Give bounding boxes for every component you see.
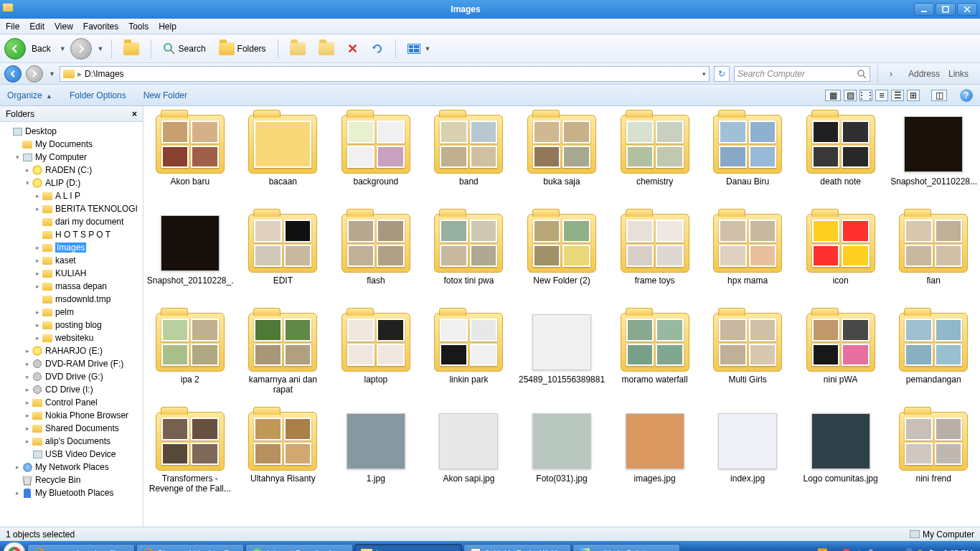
folder-tree[interactable]: DesktopMy Documents▾My Computer▸RADEN (C… [0, 122, 143, 527]
nav-forward-button[interactable] [26, 65, 43, 83]
tray-volume-icon[interactable]: 🔊 [903, 548, 913, 551]
tree-twisty[interactable]: ▸ [23, 166, 32, 174]
folder-item[interactable]: Transformers - Revenge of the Fall... [145, 409, 235, 507]
taskbar-button[interactable]: 2. Linkin Park - Waiti... [463, 544, 571, 551]
tree-item[interactable]: ▸websiteku [0, 331, 143, 344]
back-button[interactable] [4, 38, 26, 60]
undo-button[interactable] [367, 39, 388, 58]
tree-item[interactable]: ▸CD Drive (I:) [0, 383, 143, 396]
folder-item[interactable]: fian [888, 211, 979, 309]
tree-twisty[interactable]: ▸ [23, 412, 32, 419]
image-item[interactable]: Logo comunitas.jpg [796, 409, 886, 507]
folder-item[interactable]: chemistry [610, 112, 700, 209]
tray-eject-icon[interactable]: ⏏ [878, 548, 888, 551]
folder-item[interactable]: hpx mama [702, 211, 793, 309]
sidebar-close-button[interactable]: × [132, 109, 137, 119]
taskbar-button[interactable]: Images [354, 544, 462, 551]
image-item[interactable]: index.jpg [702, 409, 793, 507]
tree-item[interactable]: Desktop [0, 125, 143, 138]
tree-item[interactable]: ▸DVD Drive (G:) [0, 370, 143, 383]
folder-item[interactable]: Danau Biru [702, 112, 793, 209]
content-area[interactable]: Akon barubacaanbackgroundbandbuka sajach… [143, 106, 980, 527]
new-folder-button[interactable]: New Folder [143, 90, 187, 100]
menu-help[interactable]: Help [159, 22, 176, 32]
minimize-button[interactable] [914, 3, 934, 16]
tray-display-icon[interactable]: ▭ [890, 548, 900, 551]
folder-item[interactable]: nini frend [888, 409, 979, 507]
address-bar[interactable]: ▸ ▾ [60, 66, 710, 82]
folder-item[interactable]: fotox tini pwa [424, 211, 514, 309]
tree-item[interactable]: ▸Shared Documents [0, 422, 143, 435]
view-tiles[interactable]: ⊞ [907, 90, 920, 101]
menu-view[interactable]: View [55, 22, 73, 32]
tray-misc-icon[interactable]: ⚙ [915, 548, 925, 551]
tree-item[interactable]: ▸alip's Documents [0, 435, 143, 448]
tray-smiley-icon[interactable]: ☺ [829, 548, 839, 551]
image-item[interactable]: 1.jpg [331, 409, 421, 507]
tree-item[interactable]: ▾My Computer [0, 151, 143, 164]
menu-edit[interactable]: Edit [29, 22, 44, 32]
tray-expand-icon[interactable]: ‹ [805, 548, 815, 551]
view-large-icons[interactable]: ▦ [825, 90, 841, 101]
tree-item[interactable]: ▸posting blog [0, 319, 143, 331]
folder-item[interactable]: buka saja [517, 112, 607, 209]
address-input[interactable] [85, 69, 698, 79]
tree-item[interactable]: ▾ALIP (D:) [0, 176, 143, 189]
preview-pane-button[interactable]: ◫ [931, 90, 947, 101]
tree-twisty[interactable]: ▸ [23, 360, 32, 367]
folder-item[interactable]: EDIT [238, 211, 329, 309]
tree-item[interactable]: H O T S P O T [0, 228, 143, 241]
tree-twisty[interactable]: ▸ [33, 244, 42, 251]
folder-item[interactable]: Akon baru [145, 112, 235, 209]
tree-item[interactable]: ▸DVD-RAM Drive (F:) [0, 357, 143, 370]
folder-item[interactable]: frame toys [610, 211, 700, 309]
tray-wifi-icon[interactable]: 📶 [817, 548, 827, 551]
tree-twisty[interactable]: ▸ [33, 257, 42, 264]
up-button[interactable] [119, 39, 143, 58]
taskbar-button[interactable]: untitled - Paint [573, 544, 680, 551]
view-small-icons[interactable]: ⋮⋮ [859, 90, 872, 101]
maximize-button[interactable] [936, 3, 956, 16]
tree-item[interactable]: ▸RAHARJO (E:) [0, 344, 143, 357]
chevron-right-icon[interactable]: › [885, 69, 897, 79]
nav-history-dropdown[interactable]: ▼ [49, 70, 55, 77]
tree-twisty[interactable]: ▸ [23, 438, 32, 445]
tree-twisty[interactable]: ▾ [13, 154, 22, 161]
image-item[interactable]: images.jpg [610, 409, 700, 507]
tray-flag-icon[interactable]: ⚑ [927, 548, 937, 551]
nav-back-button[interactable] [4, 65, 22, 83]
close-button[interactable] [957, 3, 977, 16]
image-item[interactable]: Akon sapi.jpg [424, 409, 514, 507]
tree-item[interactable]: dari my document [0, 215, 143, 228]
folder-item[interactable]: ipa 2 [145, 310, 235, 408]
taskbar-button[interactable]: Blogger: hidupku - B... [136, 544, 244, 551]
image-item[interactable]: Foto(031).jpg [517, 409, 607, 507]
tree-twisty[interactable]: ▸ [13, 489, 22, 496]
copy-to-button[interactable] [314, 39, 339, 58]
links-pane-label[interactable]: Links [948, 69, 969, 79]
image-item[interactable]: 25489_101556389881... [517, 310, 607, 408]
folder-item[interactable]: death note [796, 112, 886, 209]
menu-favorites[interactable]: Favorites [83, 22, 118, 32]
start-button[interactable] [3, 542, 26, 551]
folder-item[interactable]: Ultahnya Risanty [238, 409, 329, 507]
image-item[interactable]: Snapshot_20110228.... [888, 112, 979, 209]
system-tray[interactable]: ‹ 📶 ☺ ⛊ ᚼ 🖧 ⏏ ▭ 🔊 ⚙ ⚑ 2:35 PM [805, 548, 977, 551]
tree-twisty[interactable]: ▸ [33, 334, 42, 342]
image-item[interactable]: Snapshot_20110228_... [145, 211, 235, 309]
folder-item[interactable]: flash [331, 211, 421, 309]
tree-twisty[interactable]: ▸ [33, 309, 42, 316]
view-details[interactable]: ☰ [891, 90, 904, 101]
tree-item[interactable]: ▸massa depan [0, 280, 143, 293]
tree-item[interactable]: ▸pelm [0, 306, 143, 319]
menu-file[interactable]: File [6, 22, 19, 32]
tree-item[interactable]: ▸BERITA TEKNOLOGI [0, 202, 143, 215]
folder-item[interactable]: pemandangan [888, 310, 979, 408]
address-dropdown-icon[interactable]: ▾ [702, 70, 706, 77]
views-button[interactable]: ▼ [403, 41, 435, 57]
tree-twisty[interactable]: ▸ [23, 425, 32, 432]
tree-item[interactable]: ▸A L I P [0, 189, 143, 202]
menu-tools[interactable]: Tools [128, 22, 149, 32]
refresh-button[interactable]: ↻ [714, 66, 730, 82]
forward-dropdown-icon[interactable]: ▼ [98, 45, 104, 52]
